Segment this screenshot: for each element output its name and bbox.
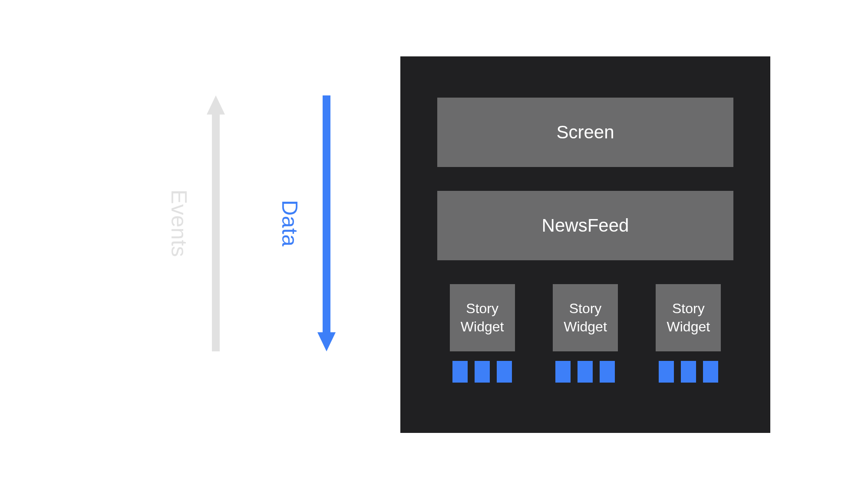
svg-marker-0 <box>207 95 225 115</box>
chip <box>578 361 593 383</box>
svg-rect-2 <box>323 95 330 333</box>
chip <box>703 361 718 383</box>
widget-row: Story Widget Story Widget <box>437 284 733 383</box>
story-widget-box: Story Widget <box>450 284 515 351</box>
diagram-inner: Events Data Screen NewsFeed <box>99 56 770 433</box>
story-widget-line1: Story <box>569 300 602 318</box>
widget-col-1: Story Widget <box>540 284 630 383</box>
chip <box>555 361 571 383</box>
chip-row <box>452 361 512 383</box>
events-label: Events <box>166 190 191 257</box>
chip <box>681 361 696 383</box>
arrow-up-icon <box>207 95 225 351</box>
data-label: Data <box>277 200 302 247</box>
story-widget-box: Story Widget <box>553 284 618 351</box>
data-arrow-group: Data <box>277 95 336 351</box>
events-arrow-group: Events <box>166 95 225 351</box>
chip-row <box>555 361 615 383</box>
chip <box>497 361 512 383</box>
screen-box: Screen <box>437 98 733 167</box>
chip <box>475 361 490 383</box>
chip <box>452 361 468 383</box>
story-widget-line2: Widget <box>461 318 504 336</box>
story-widget-line2: Widget <box>564 318 607 336</box>
svg-rect-1 <box>212 114 220 351</box>
left-panel: Events Data <box>99 56 400 433</box>
svg-marker-3 <box>317 332 336 351</box>
chip <box>659 361 674 383</box>
story-widget-line1: Story <box>466 300 498 318</box>
chip-row <box>659 361 718 383</box>
story-widget-box: Story Widget <box>656 284 721 351</box>
chip <box>600 361 615 383</box>
diagram-stage: Events Data Screen NewsFeed <box>0 0 868 488</box>
newsfeed-box: NewsFeed <box>437 191 733 260</box>
right-panel: Screen NewsFeed Story Widget <box>400 56 770 433</box>
arrow-down-icon <box>317 95 336 351</box>
story-widget-line1: Story <box>672 300 705 318</box>
story-widget-line2: Widget <box>667 318 710 336</box>
widget-col-0: Story Widget <box>437 284 527 383</box>
widget-col-2: Story Widget <box>644 284 733 383</box>
